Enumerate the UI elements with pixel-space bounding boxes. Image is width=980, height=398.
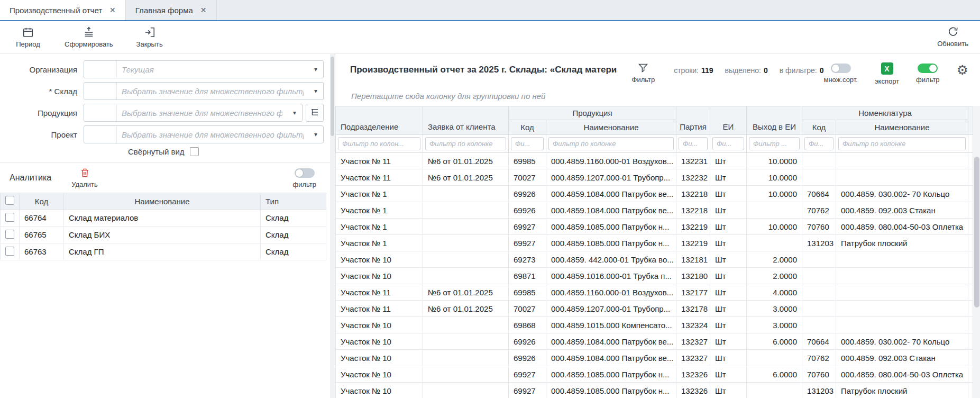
report-row[interactable]: Участок № 1069926000.4859.1084.000 Патру… xyxy=(336,350,974,366)
close-icon[interactable]: ✕ xyxy=(109,6,116,14)
report-row[interactable]: Участок № 1069927000.4859.1085.000 Патру… xyxy=(336,366,974,383)
export-label: экспорт xyxy=(875,77,899,85)
row-checkbox[interactable] xyxy=(5,230,14,239)
close-icon[interactable]: ✕ xyxy=(200,6,207,14)
products-input[interactable] xyxy=(117,104,287,121)
left-panel-scrollbar[interactable] xyxy=(330,54,335,398)
column-header[interactable]: ЕИ xyxy=(710,106,747,135)
filter-toggle[interactable] xyxy=(918,64,938,73)
select-all-checkbox[interactable] xyxy=(5,196,14,205)
chevron-down-icon[interactable]: ▾ xyxy=(287,109,302,116)
analytics-name-cell: Склад ГП xyxy=(64,243,261,260)
column-filter-input[interactable] xyxy=(679,137,708,150)
column-header[interactable]: Наименование xyxy=(836,120,968,135)
report-row[interactable]: Участок № 169927000.4859.1085.000 Патруб… xyxy=(336,235,974,251)
warehouse-input[interactable] xyxy=(117,83,308,100)
column-header[interactable]: Код xyxy=(509,120,546,135)
report-row[interactable]: Участок № 1069868000.4859.1015.000 Компе… xyxy=(336,317,974,333)
analytics-row[interactable]: 66764Склад материаловСклад xyxy=(1,210,326,227)
chevron-down-icon[interactable]: ▾ xyxy=(308,66,323,73)
group-by-drop-zone[interactable]: Перетащите сюда колонку для группировки … xyxy=(351,92,970,101)
scrollbar-thumb[interactable] xyxy=(974,157,979,307)
report-cell: Участок № 10 xyxy=(336,350,423,366)
report-row[interactable]: Участок № 11№6 от 01.01.202570027000.485… xyxy=(336,301,974,317)
column-filter-input[interactable] xyxy=(838,137,966,150)
column-header[interactable]: Партия xyxy=(676,106,710,135)
analytics-filter-label: фильтр xyxy=(293,180,316,188)
report-row[interactable]: Участок № 169926000.4859.1084.000 Патруб… xyxy=(336,186,974,202)
project-select[interactable]: ▾ xyxy=(84,125,324,143)
report-row[interactable]: Участок № 11№6 от 01.01.202570027000.485… xyxy=(336,169,974,186)
report-row[interactable]: Участок № 11№6 от 01.01.202569985000.485… xyxy=(336,153,974,169)
generate-button[interactable]: Сформировать xyxy=(65,26,113,48)
filter-tool-button[interactable]: Фильтр xyxy=(632,62,655,84)
column-filter-input[interactable] xyxy=(712,137,744,150)
report-row[interactable]: Участок № 1069926000.4859.1084.000 Патру… xyxy=(336,333,974,350)
column-filter-input[interactable] xyxy=(548,137,674,150)
hierarchy-select-button[interactable] xyxy=(306,104,324,122)
column-header-name[interactable]: Наименование xyxy=(64,193,261,210)
column-filter-input[interactable] xyxy=(425,137,506,150)
report-row[interactable]: Участок № 1069871000.4859.1016.000-01 Тр… xyxy=(336,268,974,284)
tab-production-report[interactable]: Производственный отчет ✕ xyxy=(0,0,126,20)
column-header[interactable]: Наименование xyxy=(546,120,676,135)
report-cell: 000.4859. 080.004-50-03 Оплетка xyxy=(836,366,968,383)
report-cell: 000.4859.1085.000 Патрубок н... xyxy=(546,235,676,251)
row-checkbox[interactable] xyxy=(5,213,14,222)
period-button[interactable]: Период xyxy=(13,26,43,48)
scrollbar-thumb[interactable] xyxy=(331,57,334,136)
report-cell: Участок № 10 xyxy=(336,317,423,333)
report-cell: 131203 xyxy=(802,383,836,398)
organization-input[interactable] xyxy=(117,61,308,78)
tab-label: Производственный отчет xyxy=(10,6,102,15)
column-header[interactable]: Код xyxy=(802,120,836,135)
products-select[interactable]: ▾ xyxy=(84,104,303,122)
report-cell: 132231 xyxy=(676,153,710,169)
analytics-row[interactable]: 66763Склад ГПСклад xyxy=(1,243,326,260)
warehouse-select[interactable]: ▾ xyxy=(84,82,324,100)
refresh-button[interactable]: Обновить xyxy=(937,26,968,48)
column-group-header[interactable]: Продукция xyxy=(509,106,676,120)
filter-toggle-label: фильтр xyxy=(916,76,939,84)
column-header[interactable]: Заявка от клиента xyxy=(423,106,509,135)
column-header[interactable]: Подразделение xyxy=(336,106,423,135)
analytics-row[interactable]: 66765Склад БИХСклад xyxy=(1,227,326,243)
column-filter-input[interactable] xyxy=(749,137,800,150)
column-group-header[interactable]: Номенклатура xyxy=(802,106,968,120)
close-button[interactable]: Закрыть xyxy=(134,26,165,48)
column-filter-input[interactable] xyxy=(804,137,834,150)
column-header-type[interactable]: Тип xyxy=(261,193,326,210)
report-cell: Шт xyxy=(710,169,747,186)
chevron-down-icon[interactable]: ▾ xyxy=(308,87,323,95)
report-row[interactable]: Участок № 1069927000.4859.1085.000 Патру… xyxy=(336,383,974,398)
column-header[interactable]: Выход в ЕИ xyxy=(747,106,802,135)
report-row[interactable]: Участок № 11№6 от 01.01.202569985000.485… xyxy=(336,284,974,301)
column-filter-input[interactable] xyxy=(511,137,544,150)
chevron-down-icon[interactable]: ▾ xyxy=(308,131,323,138)
project-input[interactable] xyxy=(117,126,308,143)
organization-select[interactable]: ▾ xyxy=(84,60,324,78)
report-cell: 4.0000 xyxy=(747,284,802,301)
refresh-icon xyxy=(947,26,959,38)
column-header-code[interactable]: Код xyxy=(20,193,64,210)
tab-main-form[interactable]: Главная форма ✕ xyxy=(126,0,217,20)
analytics-filter-toggle[interactable] xyxy=(295,168,315,178)
multisort-toggle[interactable] xyxy=(831,64,851,73)
parameters-form: Организация ▾ * Склад ▾ xyxy=(0,54,330,156)
delete-button[interactable]: Удалить xyxy=(71,168,98,188)
report-cell: 000.4859.1207.000-01 Трубопр... xyxy=(546,301,676,317)
report-cell: Участок № 10 xyxy=(336,366,423,383)
report-row[interactable]: Участок № 169926000.4859.1084.000 Патруб… xyxy=(336,202,974,219)
report-row[interactable]: Участок № 169927000.4859.1085.000 Патруб… xyxy=(336,219,974,235)
column-filter-input[interactable] xyxy=(338,137,420,150)
collapsed-view-checkbox[interactable] xyxy=(190,147,199,156)
excel-export-icon[interactable]: X xyxy=(881,62,893,75)
report-cell xyxy=(423,366,509,383)
report-cell: Шт xyxy=(710,284,747,301)
gear-icon[interactable]: ⚙ xyxy=(957,62,968,77)
table-stats: строки:119 выделено:0 в фильтре:0 xyxy=(674,62,823,75)
report-scrollbar[interactable] xyxy=(973,106,980,398)
stat-selected: выделено:0 xyxy=(725,66,768,75)
report-row[interactable]: Участок № 1069273000.4859. 442.000-01 Тр… xyxy=(336,251,974,268)
row-checkbox[interactable] xyxy=(5,247,14,256)
